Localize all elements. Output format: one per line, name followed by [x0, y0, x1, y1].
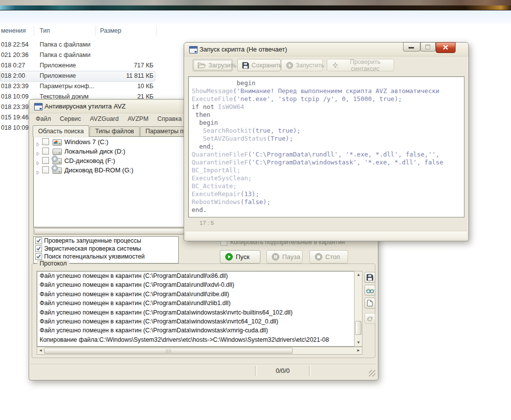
- drive-label: CD-дисковод (F:): [64, 157, 115, 164]
- code-line: QuarantineFileF('C:\ProgramData\rundll',…: [192, 151, 464, 158]
- expand-arrow-icon[interactable]: [36, 168, 40, 177]
- file-type: Папка с файлами: [40, 52, 91, 58]
- save-icon: [366, 274, 373, 281]
- run-icon: [286, 62, 293, 69]
- column-divider[interactable]: [95, 26, 96, 36]
- scan-option-checkbox[interactable]: [35, 253, 42, 260]
- syntax-check-icon: [332, 62, 339, 69]
- scan-counter: 0/0/0: [256, 368, 309, 374]
- file-type: Приложение: [40, 62, 76, 69]
- resize-grip[interactable]: [369, 370, 375, 376]
- scroll-up-icon[interactable]: ▲: [357, 273, 360, 277]
- drive-label: Дисковод BD-ROM (G:): [64, 166, 133, 174]
- new-document-icon: [367, 300, 373, 307]
- menu-item-avzguard[interactable]: AVZGuard: [86, 114, 123, 122]
- column-divider[interactable]: [156, 26, 157, 36]
- protocol-log[interactable]: Файл успешно помещен в карантин (C:\Prog…: [37, 271, 355, 347]
- code-line: ExecuteSysClean;: [192, 174, 464, 182]
- column-header-type[interactable]: Тип: [40, 27, 50, 34]
- toolbar-button-save[interactable]: Сохранить: [237, 59, 281, 71]
- toolbar-button-label: Запустить: [296, 62, 324, 69]
- stop-scan-button[interactable]: Стоп: [309, 250, 348, 263]
- log-line: Файл успешно помещен в карантин (C:\Prog…: [37, 317, 354, 326]
- code-line: if not IsWOW64: [192, 103, 464, 111]
- maximize-button[interactable]: [420, 42, 436, 52]
- drive-label: Windows 7 (C:): [64, 138, 108, 146]
- log-new-document-button[interactable]: [364, 298, 375, 309]
- minimize-button[interactable]: [403, 42, 420, 52]
- log-horizontal-scrollbar[interactable]: ◄ ►: [37, 347, 362, 355]
- file-type: Параметры конф...: [40, 83, 94, 90]
- pause-scan-button[interactable]: Пауза: [266, 250, 303, 263]
- log-save-button[interactable]: [364, 272, 375, 283]
- log-vertical-scrollbar[interactable]: ▲ ▼: [354, 271, 362, 347]
- log-glasses-button[interactable]: [364, 285, 375, 296]
- file-modified-date: 018 23:39: [1, 83, 29, 90]
- drive-checkbox[interactable]: [42, 157, 49, 164]
- scan-options-panel: Проверять запущенные процессы Эвристичес…: [33, 236, 179, 263]
- toolbar-button-label: Сохранить: [252, 62, 282, 69]
- menu-item-сервис[interactable]: Сервис: [55, 114, 86, 122]
- drive-checkbox[interactable]: [42, 138, 49, 145]
- scroll-left-icon[interactable]: ◄: [39, 349, 43, 353]
- toolbar-button-label: Загрузить: [208, 62, 237, 69]
- drive-checkbox[interactable]: [42, 148, 49, 155]
- scan-option-row[interactable]: Эвристическая проверка системы: [34, 245, 178, 253]
- pause-icon: [272, 253, 279, 261]
- file-size: 11 811 КБ: [99, 72, 153, 79]
- file-modified-date: 018 23:39: [1, 104, 29, 110]
- toolbar-button-run[interactable]: Запустить: [281, 59, 323, 71]
- close-button[interactable]: [436, 42, 456, 53]
- protocol-label: Протокол: [37, 260, 69, 267]
- column-header-modified[interactable]: менения: [1, 27, 26, 34]
- code-line: begin: [192, 119, 464, 127]
- scan-option-label: Эвристическая проверка системы: [44, 245, 141, 252]
- log-line: Файл успешно помещен в карантин (C:\Prog…: [37, 280, 354, 289]
- save-icon: [242, 62, 249, 69]
- avz-status-bar: 0/0/0: [31, 364, 376, 377]
- file-modified-date: 018 22:54: [1, 41, 29, 48]
- wallpaper-dark-band: [0, 5, 511, 10]
- menu-item-файл[interactable]: Файл: [31, 114, 55, 122]
- scroll-right-icon[interactable]: ►: [357, 349, 360, 353]
- start-scan-button[interactable]: Пуск: [220, 250, 260, 263]
- toolbar-button-check-syntax[interactable]: Проверить синтаксис: [327, 59, 394, 71]
- code-line: QuarantineFileF('C:\ProgramData\windowst…: [192, 158, 464, 166]
- scan-option-row[interactable]: Поиск потенциальных уязвимостей: [34, 253, 178, 261]
- code-line: RebootWindows(false);: [192, 198, 464, 206]
- stop-scan-label: Стоп: [325, 253, 340, 261]
- file-size: 10 КБ: [99, 83, 153, 90]
- log-line: Файл успешно помещен в карантин (C:\Prog…: [37, 290, 354, 299]
- sync-icon: [366, 315, 373, 322]
- open-folder-icon: [198, 62, 206, 68]
- bd-drive-icon: [52, 166, 62, 176]
- toolbar-button-load[interactable]: Загрузить: [193, 59, 233, 71]
- file-modified-date: 018 10:09: [1, 93, 29, 100]
- log-line: Файл успешно помещен в карантин (C:\Prog…: [37, 308, 354, 317]
- avz-tab-bar: Область поискаТипы файловПараметры поиск…: [33, 125, 206, 136]
- script-code-editor[interactable]: beginShowMessage('Внимание! Перед выполн…: [188, 76, 464, 217]
- scroll-down-icon[interactable]: ▼: [357, 341, 360, 345]
- scan-option-checkbox[interactable]: [35, 237, 42, 244]
- scan-option-row[interactable]: Проверять запущенные процессы: [34, 237, 178, 245]
- code-line: SetAVZGuardStatus(True);: [192, 135, 464, 143]
- drive-checkbox[interactable]: [42, 166, 49, 173]
- tab-область-поиска[interactable]: Область поиска: [33, 125, 89, 137]
- log-sync-button[interactable]: [364, 313, 375, 324]
- avz-window-title: Антивирусная утилита AVZ: [45, 103, 126, 110]
- script-titlebar[interactable]: Запуск скрипта (Не отвечает): [184, 43, 468, 56]
- file-modified-date: 018 10:09: [1, 124, 29, 131]
- code-line: begin: [192, 79, 464, 87]
- avz-menu-bar: ФайлСервисAVZGuardAVZPMСправка: [31, 114, 186, 124]
- avz-app-icon: [34, 103, 43, 110]
- code-line: ShowMessage('Внимание! Перед выполнением…: [192, 87, 464, 95]
- scan-option-checkbox[interactable]: [35, 245, 42, 252]
- file-modified-date: 015 19:46: [1, 114, 29, 121]
- column-header-size[interactable]: Размер: [100, 27, 121, 34]
- column-divider[interactable]: [34, 26, 34, 36]
- script-toolbar: ЗагрузитьСохранитьЗапуститьПроверить син…: [184, 56, 468, 74]
- menu-item-avzpm[interactable]: AVZPM: [123, 114, 153, 122]
- file-modified-date: 018 0:27: [1, 62, 25, 69]
- menu-item-справка[interactable]: Справка: [153, 114, 186, 122]
- tab-типы-файлов[interactable]: Типы файлов: [90, 126, 140, 136]
